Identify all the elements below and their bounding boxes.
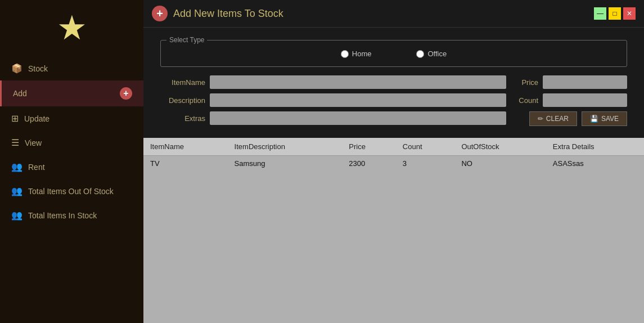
star-icon: ★ — [57, 11, 87, 45]
description-row: Description — [160, 93, 506, 107]
cell-out-of-stock: NO — [454, 156, 546, 172]
table-body: TV Samsung 2300 3 NO ASASsas — [143, 156, 644, 172]
clear-label: CLEAR — [546, 115, 569, 123]
col-extra-details: Extra Details — [546, 138, 644, 156]
main-content: + Add New Items To Stock — □ ✕ Select Ty… — [143, 0, 644, 323]
title-left: + Add New Items To Stock — [152, 6, 283, 21]
in-stock-icon: 👥 — [11, 210, 22, 221]
select-type-legend: Select Type — [166, 36, 207, 44]
add-plus-icon: + — [120, 87, 132, 100]
save-icon: 💾 — [590, 115, 598, 123]
radio-office-option[interactable]: Office — [416, 50, 447, 58]
sidebar-item-add[interactable]: Add + — [0, 80, 143, 106]
description-label: Description — [160, 96, 205, 105]
col-count: Count — [396, 138, 455, 156]
select-type-fieldset: Select Type Home Office — [160, 36, 627, 67]
col-out-of-stock: OutOfStock — [454, 138, 546, 156]
form-area: Select Type Home Office ItemName — [143, 28, 644, 138]
table-row: TV Samsung 2300 3 NO ASASsas — [143, 156, 644, 172]
price-input[interactable] — [543, 75, 627, 89]
radio-office-label: Office — [427, 50, 447, 58]
form-fields: ItemName Description Extras Price — [160, 75, 627, 129]
item-name-row: ItemName — [160, 75, 506, 89]
save-button[interactable]: 💾 SAVE — [582, 111, 627, 126]
radio-home-label: Home — [352, 50, 372, 58]
sidebar-item-out-of-stock[interactable]: 👥 Total Items Out Of Stock — [0, 179, 143, 203]
page-title: Add New Items To Stock — [173, 8, 283, 20]
clear-icon: ✏ — [538, 115, 543, 123]
sidebar-item-update-label: Update — [24, 114, 49, 123]
col-description: ItemDescription — [228, 138, 343, 156]
description-input[interactable] — [210, 93, 506, 107]
radio-home-input[interactable] — [341, 50, 349, 58]
sidebar-item-update[interactable]: ⊞ Update — [0, 106, 143, 131]
cell-extra-details: ASASsas — [546, 156, 644, 172]
item-name-label: ItemName — [160, 78, 205, 87]
save-label: SAVE — [601, 115, 619, 123]
out-of-stock-icon: 👥 — [11, 186, 22, 196]
radio-group: Home Office — [166, 47, 621, 61]
sidebar-item-add-label: Add — [13, 89, 27, 98]
form-right: Price Count ✏ CLEAR 💾 SAVE — [515, 75, 627, 129]
sidebar-item-in-stock-label: Total Items In Stock — [28, 211, 97, 220]
clear-button[interactable]: ✏ CLEAR — [529, 111, 577, 126]
extras-label: Extras — [160, 114, 205, 123]
col-item-name: ItemName — [143, 138, 228, 156]
update-icon: ⊞ — [11, 113, 19, 124]
cell-price: 2300 — [342, 156, 396, 172]
cell-item-name: TV — [143, 156, 228, 172]
radio-home-option[interactable]: Home — [341, 50, 372, 58]
sidebar: ★ 📦 Stock Add + ⊞ Update ☰ View 👥 Rent 👥… — [0, 0, 143, 323]
rent-icon: 👥 — [11, 162, 22, 172]
data-table: ItemName ItemDescription Price Count Out… — [143, 138, 644, 171]
view-icon: ☰ — [11, 137, 19, 148]
cell-count: 3 — [396, 156, 455, 172]
title-bar: + Add New Items To Stock — □ ✕ — [143, 0, 644, 28]
extras-row: Extras — [160, 111, 506, 125]
price-row: Price — [515, 75, 627, 89]
window-controls: — □ ✕ — [594, 7, 636, 20]
stock-icon: 📦 — [11, 63, 22, 74]
table-header-row: ItemName ItemDescription Price Count Out… — [143, 138, 644, 156]
col-price: Price — [342, 138, 396, 156]
sidebar-item-view[interactable]: ☰ View — [0, 131, 143, 155]
sidebar-item-out-of-stock-label: Total Items Out Of Stock — [28, 187, 114, 196]
form-left: ItemName Description Extras — [160, 75, 506, 129]
price-label: Price — [516, 78, 538, 87]
count-label: Count — [516, 96, 538, 105]
table-header: ItemName ItemDescription Price Count Out… — [143, 138, 644, 156]
count-input[interactable] — [543, 93, 627, 107]
sidebar-item-stock-label: Stock — [28, 64, 48, 73]
sidebar-item-rent-label: Rent — [28, 163, 45, 172]
maximize-button[interactable]: □ — [609, 7, 621, 20]
close-button[interactable]: ✕ — [623, 7, 636, 20]
title-plus-icon: + — [152, 6, 168, 21]
extras-input[interactable] — [210, 111, 506, 125]
count-row: Count — [515, 93, 627, 107]
cell-description: Samsung — [228, 156, 343, 172]
sidebar-item-view-label: View — [25, 138, 42, 147]
radio-office-input[interactable] — [416, 50, 424, 58]
table-area: ItemName ItemDescription Price Count Out… — [143, 138, 644, 323]
sidebar-item-rent[interactable]: 👥 Rent — [0, 155, 143, 179]
minimize-button[interactable]: — — [594, 7, 606, 20]
sidebar-item-in-stock[interactable]: 👥 Total Items In Stock — [0, 203, 143, 227]
item-name-input[interactable] — [210, 75, 506, 89]
sidebar-item-stock[interactable]: 📦 Stock — [0, 56, 143, 80]
button-row: ✏ CLEAR 💾 SAVE — [515, 111, 627, 126]
